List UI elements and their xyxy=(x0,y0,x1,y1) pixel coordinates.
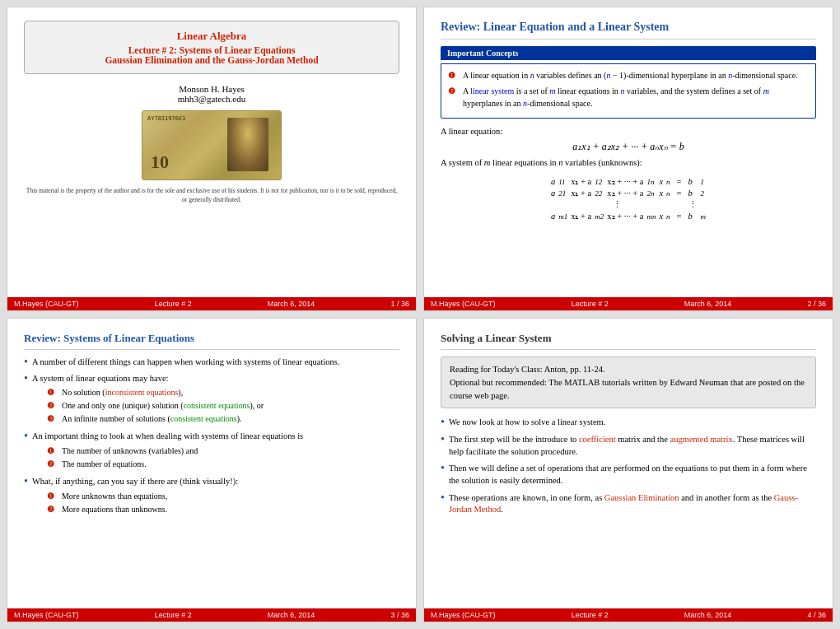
equation-table: a 11 x₁ + a 12 x₂ + ··· + a 1n x n = b 1… xyxy=(549,175,707,221)
slide3-item4: • What, if anything, can you say if ther… xyxy=(24,476,399,517)
slide-footer-4: M.Hayes (CAU-GT) Lecture # 2 March 6, 20… xyxy=(424,608,833,622)
slide3-sub1: ❶ No solution (inconsistent equations), xyxy=(47,387,264,398)
footer-left: M.Hayes (CAU-GT) xyxy=(431,611,496,619)
footer-date: March 6, 2014 xyxy=(268,300,315,308)
footer-center: Lecture # 2 xyxy=(572,611,609,619)
footer-page: 1 / 36 xyxy=(390,300,409,308)
banknote-serial: AY7831976€1 xyxy=(147,115,185,122)
footer-center: Lecture # 2 xyxy=(572,300,609,308)
slide3-sub4: ❶ The number of unknowns (variables) and xyxy=(47,445,303,457)
footer-page: 2 / 36 xyxy=(807,300,826,308)
footer-left: M.Hayes (CAU-GT) xyxy=(14,611,79,619)
concepts-label: Important Concepts xyxy=(441,46,816,60)
slide-2: Review: Linear Equation and a Linear Sys… xyxy=(423,7,833,311)
slide-footer-1: M.Hayes (CAU-GT) Lecture # 2 March 6, 20… xyxy=(7,297,416,310)
disclaimer-text: This material is the property of the aut… xyxy=(24,187,399,204)
slide3-sub5: ❷ The number of equations. xyxy=(47,459,303,470)
slide-footer-2: M.Hayes (CAU-GT) Lecture # 2 March 6, 20… xyxy=(424,297,833,310)
footer-date: March 6, 2014 xyxy=(684,300,732,308)
slide3-item1: • A number of different things can happe… xyxy=(24,356,399,369)
footer-date: March 6, 2014 xyxy=(684,611,732,619)
slide3-sub7: ❷ More equations than unknowns. xyxy=(47,504,238,515)
slide-footer-3: M.Hayes (CAU-GT) Lecture # 2 March 6, 20… xyxy=(7,608,416,622)
slide4-item1: • We now look at how to solve a linear s… xyxy=(441,417,816,429)
author-email: mhh3@gatech.edu xyxy=(24,94,399,104)
slide2-header: Review: Linear Equation and a Linear Sys… xyxy=(441,21,816,40)
footer-center: Lecture # 2 xyxy=(155,611,192,619)
banknote-portrait xyxy=(227,118,268,171)
slide3-sub3: ❸ An infinite number of solutions (consi… xyxy=(47,413,264,425)
concept-item-2: ❷ A linear system is a set of m linear e… xyxy=(448,85,809,109)
slide-title-main: Linear Algebra xyxy=(38,30,385,43)
table-row: a 21 x₁ + a 22 x₂ + ··· + a 2n x n = b 2 xyxy=(549,187,707,198)
math-system: a 11 x₁ + a 12 x₂ + ··· + a 1n x n = b 1… xyxy=(441,172,816,226)
slide-1: Linear Algebra Lecture # 2: Systems of L… xyxy=(7,7,417,311)
author-block: Monson H. Hayes mhh3@gatech.edu xyxy=(24,84,399,104)
footer-left: M.Hayes (CAU-GT) xyxy=(431,300,496,308)
title-box: Linear Algebra Lecture # 2: Systems of L… xyxy=(24,21,399,74)
linear-eq-label: A linear equation: xyxy=(441,127,816,136)
slide-4: Solving a Linear System Reading for Toda… xyxy=(423,318,833,622)
slide3-sub2: ❷ One and only one (unique) solution (co… xyxy=(47,400,264,412)
table-row: a 11 x₁ + a 12 x₂ + ··· + a 1n x n = b 1 xyxy=(549,175,707,187)
slide-title-sub2: Gaussian Elimination and the Gauss-Jorda… xyxy=(38,55,385,65)
linear-eq-math: a₁x₁ + a₂x₂ + ··· + aₙxₙ = b xyxy=(441,141,816,153)
table-row: a m1 x₁ + a m2 x₂ + ··· + a mn x n = b m xyxy=(549,210,707,221)
slide4-item4: • These operations are known, in one for… xyxy=(441,492,816,516)
slide4-header: Solving a Linear System xyxy=(441,332,816,350)
footer-center: Lecture # 2 xyxy=(155,300,192,308)
table-row: ⋮ ⋮ xyxy=(549,198,707,210)
banknote-image: AY7831976€1 10 xyxy=(142,110,282,180)
footer-date: March 6, 2014 xyxy=(268,611,315,619)
slide-title-sub1: Lecture # 2: Systems of Linear Equations xyxy=(38,45,385,55)
system-label: A system of m linear equations in n vari… xyxy=(441,158,816,167)
concepts-content: ❶ A linear equation in n variables defin… xyxy=(441,63,816,119)
slide-3: Review: Systems of Linear Equations • A … xyxy=(7,318,417,622)
slide4-item3: • Then we will define a set of operation… xyxy=(441,463,816,487)
slide4-item2: • The first step will be the introduce t… xyxy=(441,434,816,458)
author-name: Monson H. Hayes xyxy=(24,84,399,94)
slide3-header: Review: Systems of Linear Equations xyxy=(24,332,399,350)
reading-box: Reading for Today's Class: Anton, pp. 11… xyxy=(441,356,816,408)
concept-item-1: ❶ A linear equation in n variables defin… xyxy=(448,69,809,82)
footer-page: 4 / 36 xyxy=(807,611,826,619)
slide3-item3: • An important thing to look at when dea… xyxy=(24,431,399,472)
footer-page: 3 / 36 xyxy=(390,611,409,619)
slide3-item2: • A system of linear equations may have:… xyxy=(24,373,399,427)
footer-left: M.Hayes (CAU-GT) xyxy=(14,300,79,308)
slide3-sub6: ❶ More unknowns than equations, xyxy=(47,491,238,502)
